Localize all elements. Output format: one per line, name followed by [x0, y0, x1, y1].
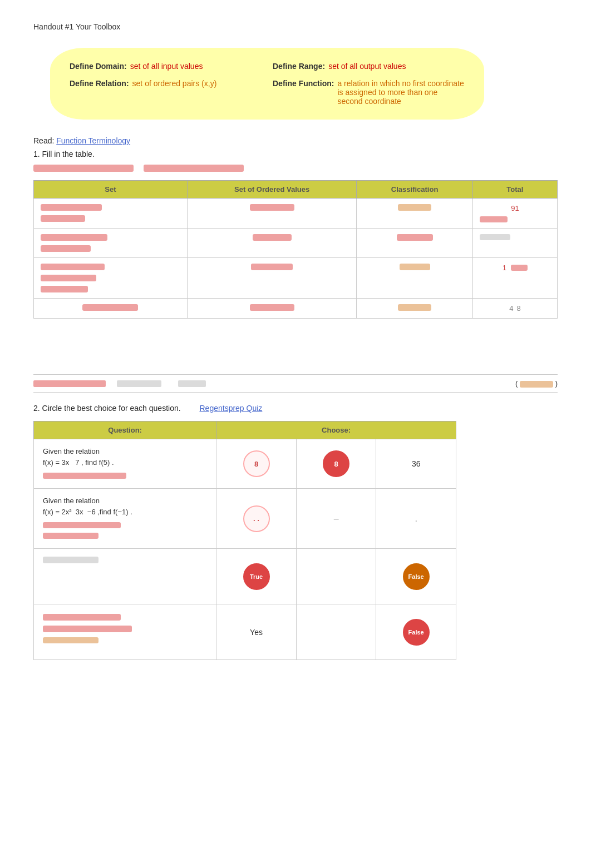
choice-circle-dots[interactable]: . .	[243, 505, 270, 532]
mc-choice-4a[interactable]: Yes	[216, 604, 297, 660]
table-cell-r4c2	[187, 299, 357, 319]
range-definition: Define Range: set of all output values	[273, 62, 465, 71]
handout-title: Handout #1 Your Toolbox	[33, 22, 558, 31]
table-cell-r4c1	[34, 299, 188, 319]
relation-value: set of ordered pairs (x,y)	[132, 79, 217, 88]
table-cell-r3c4: 1	[472, 258, 557, 299]
table-cell-r1c1	[34, 199, 188, 229]
mc-choice-1a[interactable]: 8	[216, 439, 297, 489]
table-cell-r3c2	[187, 258, 357, 299]
domain-definition: Define Domain: set of all input values	[70, 62, 262, 71]
circle-best-instruction: 2. Circle the best choice for each quest…	[33, 404, 558, 413]
choice-dash: –	[334, 514, 339, 523]
bottom-line-row: ( )	[33, 374, 558, 393]
col-header-ordered-values: Set of Ordered Values	[187, 181, 357, 199]
mc-q2-main: Given the relation	[43, 495, 207, 507]
mc-question-4	[34, 604, 216, 660]
mc-choice-2b[interactable]: –	[296, 489, 376, 549]
data-table: Set Set of Ordered Values Classification…	[33, 180, 558, 319]
mc-choice-3c[interactable]: False	[376, 549, 456, 604]
paren-blurred-value	[520, 379, 555, 388]
table-row: 4 8	[34, 299, 558, 319]
table-cell-r3c1	[34, 258, 188, 299]
domain-value: set of all input values	[130, 62, 203, 71]
mc-choice-4b[interactable]	[296, 604, 376, 660]
mc-header-row: Question: Choose:	[34, 421, 456, 439]
function-terminology-link[interactable]: Function Terminology	[56, 136, 130, 145]
choice-circle-false3[interactable]: False	[403, 619, 430, 646]
table-cell-r1c4: 91	[472, 199, 557, 229]
paren-close: )	[555, 379, 558, 388]
mc-question-1: Given the relation f(x) = 3x 7 , find f(…	[34, 439, 216, 489]
choice-circle-false2[interactable]: False	[403, 563, 430, 590]
mc-row-3: True False	[34, 549, 456, 604]
mc-q4-sub	[43, 613, 207, 646]
domain-label: Define Domain:	[70, 62, 127, 71]
choice-dot: .	[415, 514, 417, 523]
table-row: 1	[34, 258, 558, 299]
definitions-cloud: Define Domain: set of all input values D…	[50, 48, 484, 120]
mc-question-3	[34, 549, 216, 604]
read-section: Read: Function Terminology	[33, 136, 558, 145]
mc-choice-3a[interactable]: True	[216, 549, 297, 604]
mc-choice-3b[interactable]	[296, 549, 376, 604]
range-value: set of all output values	[328, 62, 406, 71]
mc-row-2: Given the relation f(x) = 2x² 3x −6 ,fin…	[34, 489, 456, 549]
choice-circle-8a[interactable]: 8	[243, 450, 270, 477]
fill-table-instruction: 1. Fill in the table.	[33, 150, 558, 158]
mc-question-2: Given the relation f(x) = 2x² 3x −6 ,fin…	[34, 489, 216, 549]
blurred-instruction-line	[33, 164, 558, 173]
read-prefix: Read:	[33, 136, 56, 145]
relation-definition: Define Relation: set of ordered pairs (x…	[70, 79, 262, 106]
relation-label: Define Relation:	[70, 79, 129, 88]
choice-yes: Yes	[250, 628, 263, 637]
fill-table-section: Set Set of Ordered Values Classification…	[33, 180, 558, 319]
mc-row-1: Given the relation f(x) = 3x 7 , find f(…	[34, 439, 456, 489]
mc-choice-2a[interactable]: . .	[216, 489, 297, 549]
mc-q1-eq: f(x) = 3x 7 , find f(5) .	[43, 457, 207, 468]
mc-q1-sub	[43, 470, 207, 482]
table-cell-r2c1	[34, 229, 188, 258]
table-cell-r3c3	[357, 258, 472, 299]
range-label: Define Range:	[273, 62, 325, 71]
function-label: Define Function:	[273, 79, 334, 88]
col-header-set: Set	[34, 181, 188, 199]
mc-q2-eq: f(x) = 2x² 3x −6 ,find f(−1) .	[43, 507, 207, 518]
table-cell-r2c3	[357, 229, 472, 258]
col-header-classification: Classification	[357, 181, 472, 199]
choice-circle-true[interactable]: True	[243, 563, 270, 590]
table-cell-r2c4	[472, 229, 557, 258]
col-header-total: Total	[472, 181, 557, 199]
mc-choice-1c[interactable]: 36	[376, 439, 456, 489]
mc-table: Question: Choose: Given the relation f(x…	[33, 421, 456, 660]
mc-row-4: Yes False	[34, 604, 456, 660]
regentsprep-quiz-link[interactable]: Regentsprep Quiz	[199, 404, 262, 413]
function-definition: Define Function: a relation in which no …	[273, 79, 465, 106]
choice-value-36: 36	[412, 459, 421, 468]
table-cell-r1c3	[357, 199, 472, 229]
paren-open: (	[515, 379, 518, 388]
table-cell-r4c3	[357, 299, 472, 319]
mc-choice-2c[interactable]: .	[376, 489, 456, 549]
choice-circle-8b[interactable]: 8	[323, 450, 349, 477]
mc-header-question: Question:	[34, 421, 216, 439]
mc-choice-1b[interactable]: 8	[296, 439, 376, 489]
table-cell-r1c2	[187, 199, 357, 229]
mc-header-choose: Choose:	[216, 421, 456, 439]
mc-q2-sub	[43, 519, 207, 542]
mc-q1-main: Given the relation	[43, 446, 207, 457]
table-cell-r2c2	[187, 229, 357, 258]
mc-choice-4c[interactable]: False	[376, 604, 456, 660]
table-row: 91	[34, 199, 558, 229]
table-row	[34, 229, 558, 258]
table-cell-r4c4: 4 8	[472, 299, 557, 319]
function-value: a relation in which no first coordinate …	[337, 79, 465, 106]
table-header-row: Set Set of Ordered Values Classification…	[34, 181, 558, 199]
